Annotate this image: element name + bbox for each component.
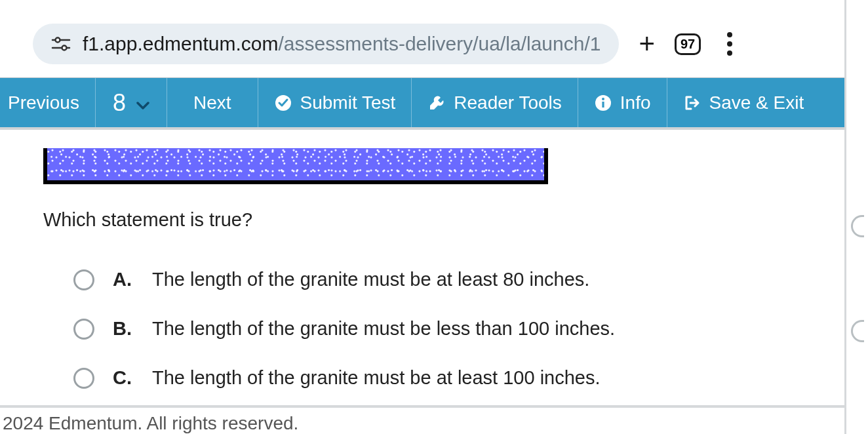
save-exit-button[interactable]: Save & Exit	[667, 78, 820, 127]
svg-rect-6	[602, 102, 604, 108]
option-c[interactable]: C. The length of the granite must be at …	[73, 367, 868, 389]
side-tab-2[interactable]	[851, 320, 864, 342]
exit-icon	[683, 94, 701, 112]
save-exit-label: Save & Exit	[709, 92, 804, 113]
info-icon	[594, 94, 612, 112]
status-bar	[0, 0, 868, 5]
question-number: 8	[113, 89, 126, 117]
option-text: The length of the granite must be at lea…	[152, 367, 601, 389]
copyright-text: 2024 Edmentum. All rights reserved.	[3, 413, 298, 434]
svg-point-7	[602, 98, 604, 100]
chevron-down-icon	[136, 101, 149, 110]
tab-count-button[interactable]: 97	[675, 33, 701, 55]
check-circle-icon	[274, 94, 292, 112]
option-letter: A.	[113, 269, 134, 290]
new-tab-button[interactable]: +	[639, 28, 655, 60]
answer-options: A. The length of the granite must be at …	[43, 269, 868, 389]
question-content: Which statement is true? A. The length o…	[0, 148, 868, 389]
footer: 2024 Edmentum. All rights reserved.	[0, 405, 868, 434]
url-bar[interactable]: f1.app.edmentum.com/assessments-delivery…	[33, 24, 619, 64]
test-toolbar: Previous 8 Next Submit Test Reader Tools…	[0, 77, 868, 130]
radio-b[interactable]	[73, 319, 94, 340]
right-side-panel	[844, 0, 868, 434]
option-letter: B.	[113, 318, 134, 340]
overflow-menu-icon[interactable]	[720, 28, 739, 60]
side-tab-1[interactable]	[851, 215, 864, 237]
radio-c[interactable]	[73, 368, 94, 389]
option-b[interactable]: B. The length of the granite must be les…	[73, 318, 868, 340]
question-selector[interactable]: 8	[96, 78, 167, 127]
option-text: The length of the granite must be at lea…	[152, 269, 589, 290]
granite-image	[43, 148, 548, 184]
svg-point-3	[62, 46, 67, 50]
url-text: f1.app.edmentum.com/assessments-delivery…	[83, 33, 601, 55]
option-a[interactable]: A. The length of the granite must be at …	[73, 269, 868, 290]
reader-tools-button[interactable]: Reader Tools	[412, 78, 578, 127]
question-prompt: Which statement is true?	[43, 209, 868, 231]
submit-test-button[interactable]: Submit Test	[258, 78, 412, 127]
info-button[interactable]: Info	[578, 78, 667, 127]
svg-point-2	[56, 38, 60, 43]
reader-label: Reader Tools	[454, 92, 561, 113]
option-letter: C.	[113, 367, 134, 389]
radio-a[interactable]	[73, 269, 94, 290]
option-text: The length of the granite must be less t…	[152, 318, 615, 340]
next-button[interactable]: Next	[167, 78, 258, 127]
wrench-icon	[427, 94, 446, 112]
info-label: Info	[620, 92, 651, 113]
previous-button[interactable]: Previous	[0, 78, 96, 127]
site-settings-icon[interactable]	[51, 36, 71, 52]
submit-label: Submit Test	[300, 92, 396, 113]
browser-chrome-row: f1.app.edmentum.com/assessments-delivery…	[0, 5, 868, 77]
